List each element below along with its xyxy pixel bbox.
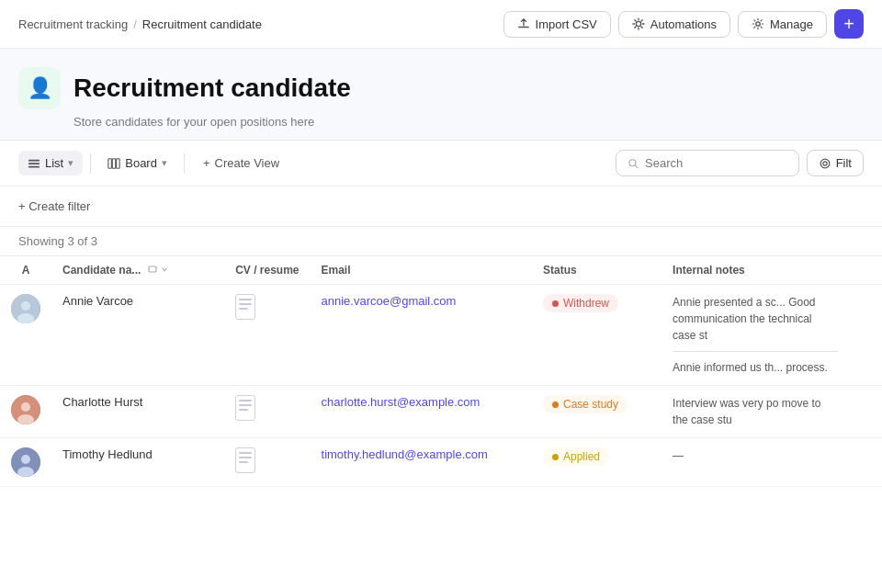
breadcrumb: Recruitment tracking / Recruitment candi… <box>18 17 262 31</box>
col-header-email: Email <box>311 256 532 285</box>
candidate-cell: Charlotte Hurst <box>62 395 213 409</box>
notes-cell: Interview was very po move to the case s… <box>662 386 882 438</box>
email-cell: annie.varcoe@gmail.com <box>311 285 532 386</box>
svg-point-1 <box>756 22 760 26</box>
manage-button[interactable]: Manage <box>738 11 827 38</box>
list-icon <box>28 157 40 170</box>
email-link[interactable]: timothy.hedlund@example.com <box>322 447 488 461</box>
cv-cell <box>224 285 310 386</box>
col-header-status: Status <box>532 256 662 285</box>
status-cell: Case study <box>532 386 662 438</box>
cv-line-2 <box>239 303 252 305</box>
showing-text: Showing 3 of 3 <box>0 227 882 255</box>
search-icon <box>628 157 639 170</box>
timothy-avatar <box>11 447 40 477</box>
toolbar-right: Filt <box>616 150 864 176</box>
cv-icon <box>235 294 255 320</box>
svg-line-9 <box>635 164 638 167</box>
filter-icon <box>819 157 831 170</box>
col-header-a: A <box>0 256 51 285</box>
cv-line-3 <box>239 461 248 463</box>
row-index <box>0 285 51 386</box>
svg-point-20 <box>21 455 30 464</box>
status-dot <box>552 300 559 307</box>
status-cell: Applied <box>532 438 662 487</box>
svg-point-11 <box>822 161 826 164</box>
top-nav: Recruitment tracking / Recruitment candi… <box>0 0 882 49</box>
charlotte-avatar <box>11 395 40 424</box>
board-view-button[interactable]: Board ▾ <box>98 151 176 175</box>
status-badge: Case study <box>543 395 628 413</box>
row-index <box>0 438 51 487</box>
top-actions: Import CSV Automations Manage + <box>503 9 864 39</box>
automations-button[interactable]: Automations <box>618 11 730 38</box>
notes-cell: Annie presented a sc... Good communicati… <box>662 285 882 386</box>
status-badge: Applied <box>543 447 609 466</box>
toolbar-left: List ▾ Board ▾ + Create View <box>18 151 290 175</box>
breadcrumb-current: Recruitment candidate <box>142 17 262 31</box>
app-container: Recruitment tracking / Recruitment candi… <box>0 0 882 588</box>
svg-point-0 <box>636 21 640 26</box>
candidate-cell: Annie Varcoe <box>62 294 213 308</box>
cv-line-3 <box>239 409 248 411</box>
svg-rect-7 <box>117 158 120 168</box>
upload-icon <box>517 17 530 30</box>
gear-icon <box>752 17 764 30</box>
email-cell: timothy.hedlund@example.com <box>311 438 532 487</box>
avatar <box>11 395 40 424</box>
svg-rect-3 <box>28 163 40 164</box>
avatar <box>11 447 40 477</box>
internal-notes: — <box>673 447 838 464</box>
filter-button[interactable]: Filt <box>807 150 864 176</box>
cv-line-1 <box>239 400 252 401</box>
table-container: A Candidate na... CV / resume <box>0 255 882 487</box>
col-header-name[interactable]: Candidate na... <box>51 256 224 285</box>
col-header-cv: CV / resume <box>224 256 310 285</box>
candidate-cell: Timothy Hedlund <box>62 447 213 461</box>
create-view-button[interactable]: + Create View <box>192 151 290 175</box>
import-csv-button[interactable]: Import CSV <box>503 11 611 38</box>
search-input[interactable] <box>645 156 787 170</box>
notes-divider <box>673 351 838 352</box>
breadcrumb-parent[interactable]: Recruitment tracking <box>18 17 128 31</box>
status-cell: Withdrew <box>532 285 662 386</box>
sort-down-icon <box>160 265 169 274</box>
cv-cell <box>224 386 310 438</box>
cv-line-1 <box>239 452 252 454</box>
page-header: 👤 Recruitment candidate Store candidates… <box>0 49 882 141</box>
avatar <box>11 294 40 323</box>
candidate-name-cell: Annie Varcoe <box>51 285 224 386</box>
page-title: Recruitment candidate <box>74 74 351 103</box>
sort-icons <box>148 265 169 274</box>
svg-rect-2 <box>28 159 40 161</box>
cv-line-1 <box>239 299 252 300</box>
svg-rect-12 <box>149 266 156 272</box>
toolbar: List ▾ Board ▾ + Create View <box>0 141 882 187</box>
svg-point-10 <box>820 159 830 168</box>
add-button[interactable]: + <box>834 9 864 39</box>
page-subtitle: Store candidates for your open positions… <box>74 115 864 129</box>
notes-cell: — <box>662 438 882 487</box>
row-index <box>0 386 51 438</box>
cv-icon <box>235 447 255 473</box>
candidate-name-cell: Timothy Hedlund <box>51 438 224 487</box>
internal-notes: Interview was very po move to the case s… <box>673 395 838 428</box>
board-chevron-icon: ▾ <box>162 157 167 169</box>
toolbar-divider-2 <box>184 153 185 174</box>
board-icon <box>107 157 120 170</box>
cv-icon <box>235 395 255 421</box>
page-title-row: 👤 Recruitment candidate <box>18 67 864 109</box>
toolbar-divider-1 <box>90 153 91 174</box>
email-link[interactable]: annie.varcoe@gmail.com <box>322 294 457 308</box>
list-view-button[interactable]: List ▾ <box>18 151 83 175</box>
expand-icon <box>148 265 157 274</box>
sub-toolbar: + Create filter <box>0 187 882 227</box>
page-icon: 👤 <box>18 67 61 109</box>
create-filter-button[interactable]: + Create filter <box>18 196 90 217</box>
cv-line-3 <box>239 308 248 310</box>
candidate-name-cell: Charlotte Hurst <box>51 386 224 438</box>
svg-rect-6 <box>112 158 116 168</box>
create-view-plus: + <box>203 156 210 170</box>
status-badge: Withdrew <box>543 294 618 312</box>
email-link[interactable]: charlotte.hurst@example.com <box>322 395 481 409</box>
